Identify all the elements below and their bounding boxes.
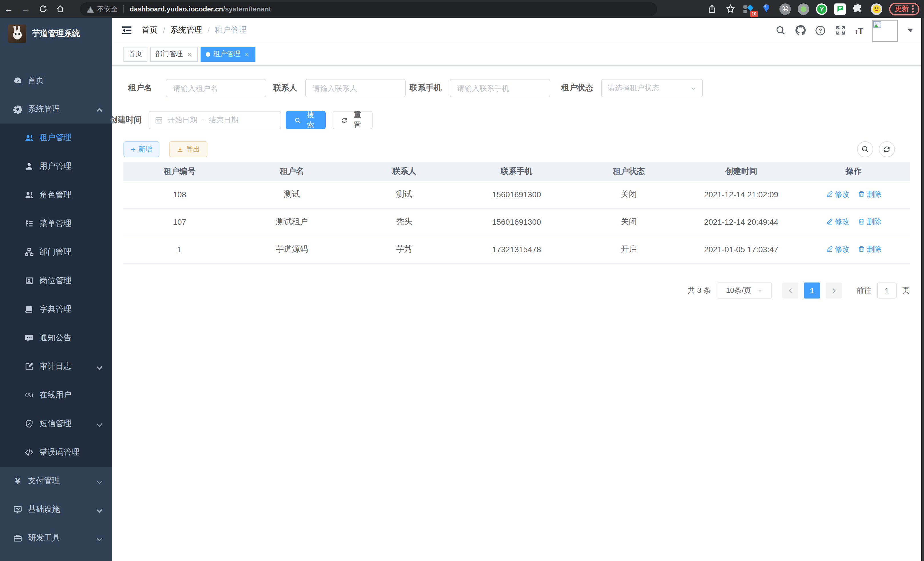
pay-yen-icon: ¥ (13, 476, 22, 486)
contact-input[interactable] (305, 79, 406, 97)
sidebar-item-label: 在线用户 (39, 390, 71, 400)
sidebar-item[interactable]: 在线用户 (0, 381, 112, 409)
status-select[interactable]: 请选择租户状态 (601, 79, 703, 97)
extension-green-dot-icon[interactable] (798, 3, 809, 15)
sidebar-item[interactable]: 首页 (0, 66, 112, 95)
share-icon[interactable] (706, 3, 718, 15)
add-button-label: 新增 (138, 144, 152, 154)
tab-label: 租户管理 (213, 49, 241, 59)
cell-name: 测试租户 (236, 208, 348, 236)
sidebar-item-label: 基础设施 (28, 504, 60, 515)
edit-link[interactable]: 修改 (825, 244, 849, 254)
extension-pin-icon[interactable] (761, 3, 772, 15)
browser-back-icon[interactable]: ← (0, 4, 17, 14)
tenant-users-icon (25, 133, 34, 142)
current-page[interactable]: 1 (804, 283, 820, 299)
sidebar-item[interactable]: 字典管理 (0, 295, 112, 324)
extension-badge: 10 (750, 11, 758, 17)
bookmark-star-icon[interactable] (724, 3, 736, 15)
sidebar-item[interactable]: 基础设施 (0, 495, 112, 524)
address-divider (123, 5, 124, 13)
sidebar-item[interactable]: 岗位管理 (0, 266, 112, 295)
sidebar-item[interactable]: 租户管理 (0, 123, 112, 152)
delete-link[interactable]: 删除 (857, 217, 881, 227)
sidebar-item-label: 部门管理 (39, 247, 71, 257)
date-range-picker[interactable]: 开始日期 - 结束日期 (148, 111, 281, 129)
sidebar-item[interactable]: 研发工具 (0, 524, 112, 552)
role-users-icon (25, 190, 34, 200)
online-user-icon (25, 391, 34, 400)
delete-link[interactable]: 删除 (857, 244, 881, 254)
error-code-icon (25, 448, 34, 457)
page-size-select[interactable]: 10条/页 (717, 283, 772, 299)
tenant-name-input[interactable] (166, 79, 266, 97)
prev-page-button[interactable] (782, 283, 798, 299)
help-icon[interactable]: ? (814, 25, 826, 36)
browser-home-icon[interactable] (51, 5, 69, 13)
extension-y-icon[interactable]: Y (816, 3, 827, 15)
tab-close-icon[interactable]: × (243, 51, 250, 57)
page-tab[interactable]: 租户管理× (201, 47, 255, 62)
infra-monitor-icon (13, 505, 22, 514)
window-edge-scrollbar[interactable] (921, 18, 924, 561)
logo-row[interactable]: 芋道管理系统 (0, 18, 112, 50)
refresh-button[interactable] (879, 141, 895, 157)
screen: ← → 不安全 dashboard.yudao.iocoder.cn/syste… (0, 0, 924, 561)
extension-puzzle-icon[interactable] (853, 3, 864, 15)
next-page-button[interactable] (826, 283, 842, 299)
sidebar-item[interactable]: ¥支付管理 (0, 467, 112, 495)
header-search-icon[interactable] (775, 25, 786, 36)
sidebar-item[interactable]: 错误码管理 (0, 438, 112, 467)
sidebar-item[interactable]: 短信管理 (0, 409, 112, 438)
date-separator: - (202, 116, 204, 124)
sidebar-item[interactable]: 系统管理 (0, 95, 112, 123)
dict-book-icon (25, 305, 34, 314)
menu-fold-icon[interactable] (121, 25, 133, 36)
security-label[interactable]: 不安全 (97, 4, 118, 14)
delete-link[interactable]: 删除 (857, 189, 881, 200)
browser-menu-icon[interactable] (912, 5, 914, 13)
breadcrumb-item[interactable]: 系统管理 (170, 25, 202, 35)
breadcrumb-item[interactable]: 首页 (142, 25, 158, 35)
filter-tenant-name: 租户名 (128, 79, 266, 97)
sidebar-item[interactable]: 通知公告 (0, 324, 112, 352)
tab-label: 部门管理 (155, 49, 183, 59)
sidebar-item-label: 岗位管理 (39, 276, 71, 286)
browser-forward-icon[interactable]: → (17, 4, 34, 14)
add-button[interactable]: + 新增 (123, 141, 159, 157)
extension-command-icon[interactable]: ⌘ (779, 3, 791, 15)
sidebar-item[interactable]: 审计日志 (0, 352, 112, 381)
github-icon[interactable] (795, 25, 806, 36)
browser-update-button[interactable]: 更新 (889, 3, 920, 15)
tab-close-icon[interactable]: × (186, 51, 193, 57)
extension-emoji-icon[interactable] (871, 3, 882, 15)
edit-link[interactable]: 修改 (825, 217, 849, 227)
sidebar-item-label: 短信管理 (39, 419, 71, 429)
sidebar-item[interactable]: 角色管理 (0, 181, 112, 209)
end-date-placeholder: 结束日期 (209, 115, 238, 125)
goto-page-input[interactable] (877, 283, 897, 299)
extension-chat-icon[interactable] (834, 3, 846, 15)
sidebar-item[interactable]: 菜单管理 (0, 209, 112, 238)
extension-tag-manager-icon[interactable]: 10 (743, 3, 754, 15)
reset-button[interactable]: 重置 (333, 111, 373, 129)
table-row: 108测试测试15601691300关闭2021-12-14 21:02:09修… (123, 181, 910, 208)
avatar[interactable] (872, 20, 898, 41)
address-bar[interactable]: 不安全 dashboard.yudao.iocoder.cn/system/te… (80, 2, 657, 16)
page-tab[interactable]: 首页 (123, 47, 147, 62)
page-tab[interactable]: 部门管理× (150, 47, 198, 62)
post-badge-icon (25, 276, 34, 285)
search-button[interactable]: 搜索 (286, 111, 326, 129)
show-search-button[interactable] (857, 141, 873, 157)
sidebar-item[interactable]: 用户管理 (0, 152, 112, 181)
sidebar-item[interactable]: 部门管理 (0, 238, 112, 266)
export-button[interactable]: 导出 (169, 141, 207, 157)
font-size-icon[interactable]: TT (855, 26, 863, 35)
svg-text:?: ? (819, 27, 822, 33)
avatar-dropdown-icon[interactable] (908, 29, 913, 32)
fullscreen-icon[interactable] (835, 25, 846, 36)
edit-link[interactable]: 修改 (825, 189, 849, 200)
mobile-input[interactable] (450, 79, 550, 97)
browser-reload-icon[interactable] (34, 5, 51, 13)
create-time-label: 创建时间 (110, 115, 142, 125)
